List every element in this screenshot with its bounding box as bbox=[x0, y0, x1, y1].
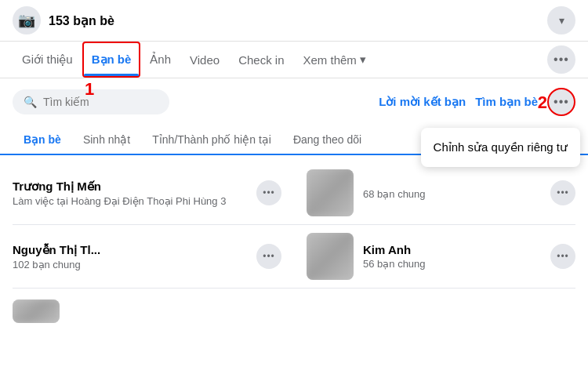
subnav-ban-be[interactable]: Bạn bè bbox=[13, 125, 72, 155]
friend-pair-2: Nguyễn Thị Tl... 102 bạn chung ••• Kim A… bbox=[0, 225, 588, 288]
tab-ban-be[interactable]: Bạn bè bbox=[82, 42, 141, 78]
dropdown-item-privacy[interactable]: Chỉnh sửa quyền riêng tư bbox=[421, 132, 580, 162]
search-input[interactable] bbox=[43, 96, 153, 108]
action-more-button[interactable]: ••• bbox=[547, 88, 575, 116]
dropdown-menu: Chỉnh sửa quyền riêng tư bbox=[421, 128, 580, 167]
friend-mutual-2: 68 bạn chung bbox=[363, 188, 541, 200]
friend-name-1: Trương Thị Mến bbox=[13, 180, 247, 194]
search-icon: 🔍 bbox=[24, 96, 37, 108]
friend-info-1: Trương Thị Mến Làm việc tại Hoàng Đại Đi… bbox=[13, 180, 247, 207]
subnav-theo-doi[interactable]: Đang theo dõi bbox=[282, 125, 372, 154]
search-action-row: 🔍 Lời mời kết bạn Tìm bạn bè ••• 2 bbox=[0, 78, 588, 125]
more-dots-icon: ••• bbox=[554, 53, 569, 67]
friend-item-5 bbox=[0, 292, 588, 331]
subnav-tinh-thanh[interactable]: Tỉnh/Thành phố hiện tại bbox=[141, 125, 282, 154]
friend-sub-4: 56 bạn chung bbox=[363, 258, 541, 270]
find-friend-link[interactable]: Tìm bạn bè bbox=[475, 95, 538, 109]
friend-name-4: Kim Anh bbox=[363, 243, 541, 256]
friend-item-1: Trương Thị Mến Làm việc tại Hoàng Đại Đi… bbox=[0, 162, 294, 224]
action-dots-icon: ••• bbox=[554, 95, 569, 109]
friend-avatar-5 bbox=[13, 299, 60, 323]
tab-gioi-thieu[interactable]: Giới thiệu bbox=[13, 42, 82, 78]
tab-checkin[interactable]: Check in bbox=[229, 42, 293, 78]
friend-request-link[interactable]: Lời mời kết bạn bbox=[379, 95, 466, 109]
nav-tabs: Giới thiệu Bạn bè Ảnh Video Check in Xem… bbox=[0, 42, 588, 78]
tab-xem-them[interactable]: Xem thêm ▾ bbox=[294, 42, 376, 78]
search-box[interactable]: 🔍 bbox=[13, 89, 169, 114]
annotation-2: 2 bbox=[538, 93, 547, 113]
top-bar: 📷 153 bạn bè ▾ bbox=[0, 0, 588, 42]
subnav-sinh-nhat[interactable]: Sinh nhật bbox=[72, 125, 141, 154]
dots-icon-2: ••• bbox=[557, 187, 569, 198]
chevron-button[interactable]: ▾ bbox=[547, 6, 575, 34]
dots-icon-4: ••• bbox=[557, 251, 569, 262]
friend-info-2: 68 bạn chung bbox=[363, 187, 541, 200]
friend-count: 153 bạn bè bbox=[49, 13, 547, 28]
chevron-down-icon: ▾ bbox=[360, 53, 366, 67]
friend-sub-1: Làm việc tại Hoàng Đại Điện Thoại Phi Hù… bbox=[13, 195, 247, 207]
friend-info-4: Kim Anh 56 bạn chung bbox=[363, 243, 541, 270]
friend-dots-button-2[interactable]: ••• bbox=[550, 180, 575, 205]
friend-dots-button-3[interactable]: ••• bbox=[256, 244, 281, 269]
dots-icon-3: ••• bbox=[263, 251, 275, 262]
friend-info-3: Nguyễn Thị Tl... 102 bạn chung bbox=[13, 243, 247, 270]
camera-icon: 📷 bbox=[13, 6, 41, 34]
friend-item-2: 68 bạn chung ••• bbox=[294, 162, 588, 224]
tab-video[interactable]: Video bbox=[180, 42, 229, 78]
chevron-down-icon: ▾ bbox=[559, 14, 564, 27]
friend-sub-3: 102 bạn chung bbox=[13, 259, 247, 270]
friend-avatar-2 bbox=[307, 169, 354, 216]
friend-pair-3 bbox=[0, 289, 588, 331]
friend-item-3: Nguyễn Thị Tl... 102 bạn chung ••• bbox=[0, 225, 294, 288]
tab-anh[interactable]: Ảnh bbox=[140, 42, 180, 78]
friend-dots-button-4[interactable]: ••• bbox=[550, 244, 575, 269]
friend-dots-button-1[interactable]: ••• bbox=[256, 180, 281, 205]
nav-more-button[interactable]: ••• bbox=[547, 45, 575, 74]
friend-avatar-4 bbox=[307, 233, 354, 280]
friend-name-3: Nguyễn Thị Tl... bbox=[13, 243, 247, 257]
dots-icon-1: ••• bbox=[263, 187, 275, 198]
friend-list: Trương Thị Mến Làm việc tại Hoàng Đại Đi… bbox=[0, 155, 588, 337]
friend-item-4: Kim Anh 56 bạn chung ••• bbox=[294, 225, 588, 288]
friend-pair-1: Trương Thị Mến Làm việc tại Hoàng Đại Đi… bbox=[0, 162, 588, 224]
